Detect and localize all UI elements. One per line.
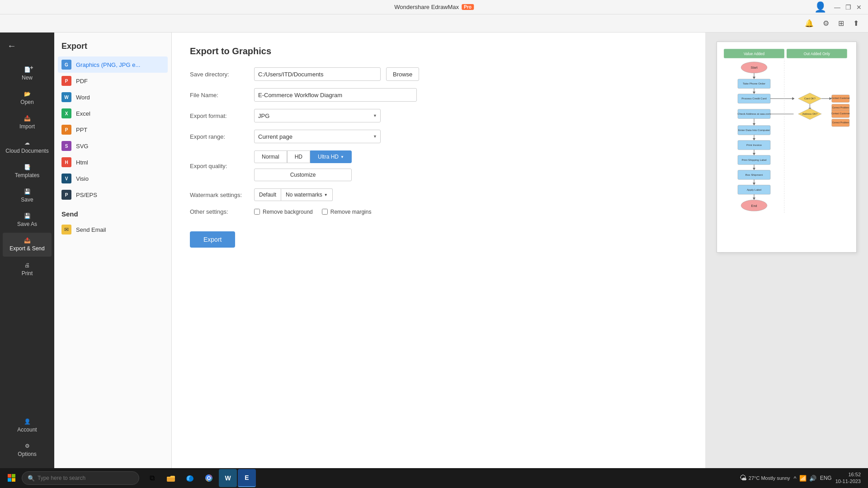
sidebar-label-open: Open	[20, 99, 33, 105]
preview-area: Value Added Out Added Only Start Take Ph…	[705, 33, 868, 468]
svg-marker-40	[753, 138, 755, 141]
svg-rect-61	[12, 474, 15, 478]
content-area: Export to Graphics Save directory: Brows…	[172, 33, 705, 468]
watermark-none-button[interactable]: No watermarks ▼	[281, 188, 333, 201]
sidebar-label-save: Save	[21, 197, 33, 203]
sidebar-label-templates: Templates	[15, 172, 40, 178]
other-settings-label: Other settings:	[190, 208, 249, 215]
sidebar-item-new[interactable]: 📄 + New	[3, 62, 52, 85]
sidebar-item-print[interactable]: 🖨 Print	[3, 258, 52, 281]
export-button[interactable]: Export	[190, 231, 235, 248]
preview-frame: Value Added Out Added Only Start Take Ph…	[717, 42, 857, 253]
export-format-word[interactable]: W Word	[58, 89, 168, 105]
sidebar-label-export: Export & Send	[9, 245, 44, 252]
send-email-item[interactable]: ✉ Send Email	[54, 221, 171, 238]
pdf-icon: P	[61, 76, 71, 86]
restore-button[interactable]: ❐	[844, 4, 852, 11]
chrome-icon	[204, 474, 213, 483]
taskbar-word[interactable]: W	[219, 469, 237, 487]
chevron-down-icon: ▼	[324, 193, 328, 197]
export-format-select[interactable]: JPG PNG BMP GIF TIFF	[254, 109, 381, 122]
export-format-visio[interactable]: V Visio	[58, 170, 168, 187]
export-range-select[interactable]: Current page All pages Selected objects	[254, 130, 381, 143]
save-directory-label: Save directory:	[190, 71, 249, 78]
quality-group: Normal HD Ultra HD ▼	[254, 150, 352, 163]
export-format-pdf[interactable]: P PDF	[58, 73, 168, 89]
weather-text: 27°C Mostly sunny	[749, 475, 790, 481]
avatar-icon: 👤	[814, 1, 826, 13]
sidebar-item-cloud[interactable]: ☁ Cloud Documents	[3, 135, 52, 159]
svg-text:Contact Customer: Contact Customer	[831, 97, 850, 99]
remove-bg-text: Remove background	[263, 209, 313, 215]
sidebar-item-save[interactable]: 💾 Save	[3, 184, 52, 207]
page-title: Export to Graphics	[190, 46, 687, 56]
remove-bg-label[interactable]: Remove background	[254, 209, 313, 215]
file-name-row: File Name:	[190, 88, 687, 102]
file-name-input[interactable]	[254, 88, 417, 102]
taskbar-search-input[interactable]	[38, 475, 133, 481]
sidebar-item-templates[interactable]: 📑 Templates	[3, 160, 52, 183]
quality-normal-button[interactable]: Normal	[254, 150, 287, 163]
export-format-graphics[interactable]: G Graphics (PNG, JPG e...	[58, 56, 168, 73]
customize-button[interactable]: Customize	[254, 169, 352, 181]
title-bar-right: 👤 — ❐ ✕	[814, 1, 863, 13]
chevron-down-icon: ▼	[340, 155, 344, 159]
taskbar-search-box[interactable]: 🔍	[22, 471, 139, 485]
minimize-button[interactable]: —	[834, 4, 841, 11]
sidebar-item-open[interactable]: 📂 Open	[3, 86, 52, 110]
cloud-icon: ☁	[24, 140, 30, 146]
taskbar-file-explorer[interactable]	[162, 469, 180, 487]
settings-button[interactable]: ⚙	[821, 17, 831, 29]
sidebar-item-export-send[interactable]: 📤 Export & Send	[3, 233, 52, 256]
sidebar-label-account: Account	[17, 427, 37, 433]
chevron-up-icon[interactable]: ^	[794, 475, 797, 482]
export-format-pseps[interactable]: P PS/EPS	[58, 187, 168, 203]
sidebar-item-options[interactable]: ⚙ Options	[3, 438, 52, 462]
svg-text:Card OK?: Card OK?	[804, 97, 816, 100]
export-format-svg[interactable]: S SVG	[58, 138, 168, 154]
close-button[interactable]: ✕	[855, 4, 863, 11]
export-format-row: Export format: JPG PNG BMP GIF TIFF	[190, 109, 687, 122]
taskbar-edge[interactable]	[181, 469, 199, 487]
taskbar-chrome[interactable]	[200, 469, 218, 487]
sidebar-item-account[interactable]: 👤 Account	[3, 414, 52, 437]
remove-bg-checkbox[interactable]	[254, 209, 260, 215]
watermark-buttons: Default No watermarks ▼	[254, 188, 333, 201]
quality-hd-button[interactable]: HD	[287, 150, 310, 163]
quality-ultrahd-button[interactable]: Ultra HD ▼	[310, 150, 352, 163]
taskbar-apps: ⧉ W E	[143, 469, 256, 487]
grid-button[interactable]: ⊞	[836, 17, 846, 29]
email-icon: ✉	[61, 225, 71, 235]
taskbar-taskview[interactable]: ⧉	[143, 469, 161, 487]
remove-margins-checkbox[interactable]	[322, 209, 328, 215]
svg-text:Correct Problem: Correct Problem	[832, 121, 849, 124]
export-formats-list: G Graphics (PNG, JPG e... P PDF W Word X…	[54, 56, 171, 203]
taskbar-edraw[interactable]: E	[238, 469, 256, 487]
folder-icon	[166, 474, 175, 483]
start-button[interactable]	[4, 470, 20, 486]
browse-button[interactable]: Browse	[386, 67, 419, 81]
sidebar-item-save-as[interactable]: 💾 Save As	[3, 208, 52, 232]
remove-margins-label[interactable]: Remove margins	[322, 209, 372, 215]
svg-marker-36	[753, 123, 755, 126]
svg-marker-15	[792, 97, 794, 100]
export-format-excel[interactable]: X Excel	[58, 105, 168, 122]
export-format-html[interactable]: H Html	[58, 154, 168, 170]
svg-text:Print Shipping Label: Print Shipping Label	[741, 158, 766, 161]
share-button[interactable]: ⬆	[851, 17, 861, 29]
watermark-default-button[interactable]: Default	[254, 188, 281, 201]
sidebar-label-new: New	[22, 75, 33, 81]
svg-text:Out Added Only: Out Added Only	[804, 52, 830, 56]
export-quality-row: Export quality: Normal HD Ultra HD ▼ Cus…	[190, 150, 687, 181]
sidebar-item-import[interactable]: 📥 Import	[3, 111, 52, 134]
taskbar: 🔍 ⧉ W E	[0, 468, 868, 488]
clock-time: 16:52	[848, 471, 861, 478]
svg-text:Correct Problem: Correct Problem	[832, 106, 849, 109]
graphics-icon: G	[61, 60, 71, 70]
notification-button[interactable]: 🔔	[803, 17, 816, 29]
back-button[interactable]: ←	[4, 37, 20, 55]
export-format-ppt[interactable]: P PPT	[58, 122, 168, 138]
options-icon: ⚙	[25, 443, 30, 449]
send-section-title: Send	[54, 203, 171, 221]
save-directory-input[interactable]	[254, 67, 381, 81]
